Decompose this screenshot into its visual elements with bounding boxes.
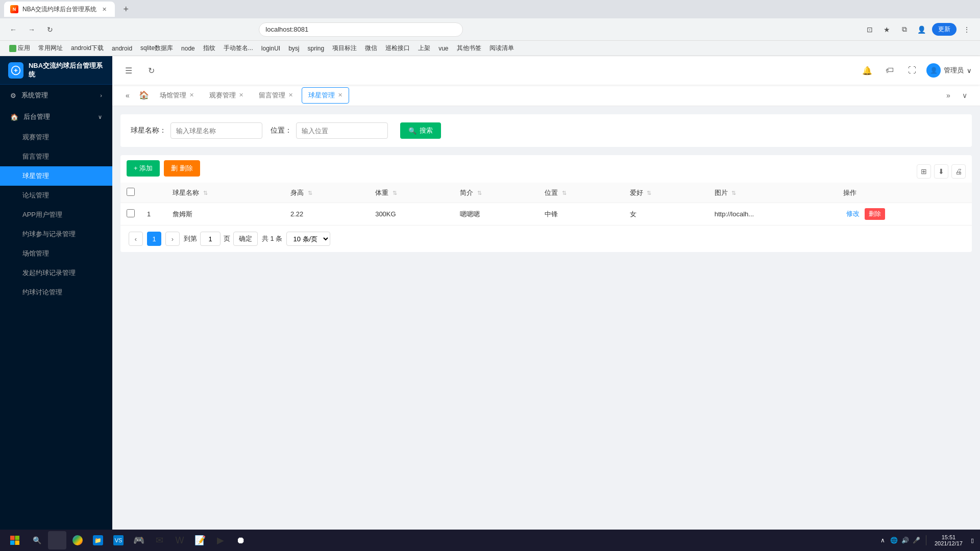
search-button[interactable]: 🔍 搜索 [400,122,441,139]
tab-message-management[interactable]: 留言管理 ✕ [252,87,300,104]
system-clock[interactable]: 15:51 2021/12/17 [930,534,967,546]
update-button[interactable]: 更新 [932,23,957,36]
taskbar-app-word[interactable]: W [170,531,189,549]
bookmark-loginui[interactable]: loginUI [258,44,283,53]
sidebar-item-forum-management[interactable]: 论坛管理 [0,186,112,205]
location-search-input[interactable] [296,122,388,139]
sidebar-item-booking-record-management[interactable]: 约球参与记录管理 [0,224,112,244]
column-settings-icon[interactable]: ⊞ [917,164,931,179]
page-jump-input[interactable] [200,232,220,246]
tab-close-btn[interactable]: ✕ [101,5,109,13]
per-page-select[interactable]: 10 条/页 20 条/页 50 条/页 [286,232,330,246]
tab-star-management[interactable]: 球星管理 ✕ [302,87,349,104]
active-browser-tab[interactable]: N NBA交流约球后台管理系统 ✕ [4,2,115,17]
notification-icon[interactable]: 🔔 [859,62,875,79]
bookmark-android[interactable]: android [109,44,135,53]
sidebar-item-app-user-management[interactable]: APP用户管理 [0,205,112,224]
refresh-button[interactable]: ↻ [43,22,57,37]
tray-volume-icon[interactable]: 🔊 [900,535,911,545]
bookmark-sqlite[interactable]: sqlite数据库 [137,43,176,54]
tray-chevron-icon[interactable]: ∧ [878,535,888,545]
header-position[interactable]: 位置 ⇅ [538,183,623,203]
sidebar-item-system-management[interactable]: ⚙ 系统管理 › [0,85,112,106]
taskbar-app-vscode[interactable]: VS [109,531,128,549]
tray-network-icon[interactable]: 🌐 [889,535,899,545]
collapse-tabs-button[interactable]: « [120,88,135,103]
bookmark-project-note[interactable]: 项目标注 [329,43,360,54]
extension-icon[interactable]: ⧉ [897,22,912,37]
taskbar-app-mail[interactable]: ✉ [150,531,168,549]
page-jump-confirm-button[interactable]: 确定 [233,232,258,246]
bookmark-android-dl[interactable]: android下载 [68,43,107,54]
modify-button[interactable]: 修改 [843,208,863,219]
sidebar-item-match-management[interactable]: 观赛管理 [0,128,112,147]
row-checkbox-cell[interactable] [120,203,141,226]
bookmark-upload[interactable]: 上架 [415,43,433,54]
tab-dropdown-button[interactable]: ∨ [958,88,972,103]
toggle-sidebar-button[interactable]: ☰ [120,62,137,79]
tab-venue-management[interactable]: 场馆管理 ✕ [153,87,201,104]
forward-button[interactable]: → [24,22,39,37]
back-button[interactable]: ← [6,22,20,37]
select-all-checkbox[interactable] [127,188,135,196]
sidebar-item-star-management[interactable]: 球星管理 [0,166,112,186]
sidebar-item-venue-management[interactable]: 场馆管理 [0,244,112,263]
next-page-button[interactable]: › [165,232,180,246]
current-page-button[interactable]: 1 [147,232,161,246]
bookmark-other[interactable]: 其他书签 [454,43,484,54]
tab-scroll-right-button[interactable]: » [941,88,955,103]
sidebar-item-initiate-booking-management[interactable]: 发起约球记录管理 [0,263,112,283]
bookmark-apps[interactable]: 应用 [6,43,33,54]
header-image[interactable]: 图片 ⇅ [708,183,838,203]
batch-delete-button[interactable]: 删 删除 [164,160,200,177]
tray-mic-icon[interactable]: 🎤 [912,535,922,545]
address-bar[interactable]: localhost:8081 [259,22,463,37]
new-tab-button[interactable]: + [119,2,133,16]
bookmark-wechat[interactable]: 微信 [362,43,380,54]
bookmark-common[interactable]: 常用网址 [35,43,66,54]
bookmark-icon[interactable]: ★ [880,22,894,37]
bookmark-sign[interactable]: 手动签名... [220,43,256,54]
profile-icon[interactable]: 👤 [915,22,929,37]
start-button[interactable] [4,531,26,549]
header-hobby[interactable]: 爱好 ⇅ [624,183,708,203]
taskbar-app-file[interactable] [48,531,66,549]
bookmark-fingerprint[interactable]: 指纹 [200,43,218,54]
prev-page-button[interactable]: ‹ [129,232,143,246]
add-button[interactable]: + 添加 [127,160,160,177]
tab-close-icon[interactable]: ✕ [338,92,342,98]
tab-close-icon[interactable]: ✕ [239,92,243,98]
refresh-page-button[interactable]: ↻ [143,62,159,79]
admin-info[interactable]: 👤 管理员 ∨ [926,63,972,78]
row-checkbox[interactable] [127,209,135,217]
delete-row-button[interactable]: 删除 [865,208,885,220]
cast-icon[interactable]: ⊡ [863,22,877,37]
tab-close-icon[interactable]: ✕ [288,92,293,98]
taskbar-app-game[interactable]: 🎮 [130,531,148,549]
show-desktop-button[interactable]: ▯ [969,537,976,544]
tag-icon[interactable]: 🏷 [881,62,898,79]
bookmark-spring[interactable]: spring [305,44,328,53]
tab-match-management[interactable]: 观赛管理 ✕ [203,87,250,104]
home-tab-button[interactable]: 🏠 [137,88,151,102]
tab-close-icon[interactable]: ✕ [189,92,194,98]
header-weight[interactable]: 体重 ⇅ [369,183,454,203]
header-height[interactable]: 身高 ⇅ [284,183,369,203]
menu-icon[interactable]: ⋮ [960,22,974,37]
bookmark-bysj[interactable]: bysj [285,44,302,53]
sidebar-item-backend-management[interactable]: 🏠 后台管理 ∨ [0,106,112,128]
taskbar-app-explorer[interactable]: 📁 [89,531,107,549]
header-bio[interactable]: 简介 ⇅ [454,183,538,203]
bookmark-node[interactable]: node [178,44,198,53]
bookmark-reading[interactable]: 阅读清单 [486,43,517,54]
fullscreen-icon[interactable]: ⛶ [904,62,920,79]
sidebar-item-message-management[interactable]: 留言管理 [0,147,112,166]
download-icon[interactable]: ⬇ [934,164,948,179]
bookmark-vue[interactable]: vue [435,44,451,53]
taskbar-app-media[interactable]: ▶ [211,531,230,549]
name-search-input[interactable] [170,122,262,139]
taskbar-app-record[interactable]: ⏺ [232,531,250,549]
taskbar-search-button[interactable]: 🔍 [28,531,46,549]
header-name[interactable]: 球星名称 ⇅ [166,183,284,203]
bookmark-inspection[interactable]: 巡检接口 [382,43,413,54]
